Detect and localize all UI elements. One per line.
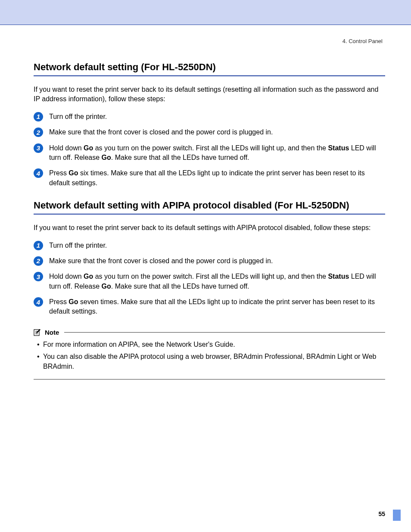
note-pencil-icon bbox=[34, 329, 42, 336]
step-item: 1Turn off the printer. bbox=[34, 112, 385, 121]
step-text: Make sure that the front cover is closed… bbox=[49, 256, 385, 266]
section2-steps: 1Turn off the printer.2Make sure that th… bbox=[34, 241, 385, 317]
step-text: Turn off the printer. bbox=[49, 112, 385, 121]
section2-intro: If you want to reset the print server ba… bbox=[34, 223, 385, 233]
step-text: Hold down Go as you turn on the power sw… bbox=[49, 143, 385, 163]
section1-heading: Network default setting (For HL-5250DN) bbox=[34, 62, 385, 76]
note-rule bbox=[64, 332, 385, 333]
step-item: 3Hold down Go as you turn on the power s… bbox=[34, 272, 385, 291]
step-text: Turn off the printer. bbox=[49, 241, 385, 250]
note-item: You can also disable the APIPA protocol … bbox=[34, 352, 385, 371]
step-item: 4Press Go seven times. Make sure that al… bbox=[34, 297, 385, 317]
step-text: Make sure that the front cover is closed… bbox=[49, 128, 385, 137]
note-block: Note For more information on APIPA, see … bbox=[34, 329, 385, 380]
step-number-bullet: 4 bbox=[34, 168, 43, 178]
step-number-bullet: 2 bbox=[34, 128, 43, 137]
page-footer: 55 bbox=[378, 510, 385, 517]
page-content: 4. Control Panel Network default setting… bbox=[0, 25, 411, 380]
section2-heading: Network default setting with APIPA proto… bbox=[34, 200, 385, 215]
page-number: 55 bbox=[378, 510, 385, 517]
step-number-bullet: 1 bbox=[34, 112, 43, 121]
note-list: For more information on APIPA, see the N… bbox=[34, 340, 385, 371]
note-item: For more information on APIPA, see the N… bbox=[34, 340, 385, 349]
step-item: 1Turn off the printer. bbox=[34, 241, 385, 250]
step-number-bullet: 3 bbox=[34, 272, 43, 281]
header-band bbox=[0, 0, 411, 25]
note-label: Note bbox=[45, 329, 59, 336]
chapter-reference: 4. Control Panel bbox=[34, 38, 385, 44]
step-text: Hold down Go as you turn on the power sw… bbox=[49, 272, 385, 291]
step-item: 2Make sure that the front cover is close… bbox=[34, 128, 385, 137]
step-number-bullet: 4 bbox=[34, 297, 43, 307]
footer-accent bbox=[393, 510, 401, 521]
section1-intro: If you want to reset the print server ba… bbox=[34, 85, 385, 104]
step-number-bullet: 3 bbox=[34, 143, 43, 153]
step-item: 2Make sure that the front cover is close… bbox=[34, 256, 385, 266]
section1-steps: 1Turn off the printer.2Make sure that th… bbox=[34, 112, 385, 188]
step-item: 4Press Go six times. Make sure that all … bbox=[34, 168, 385, 188]
step-item: 3Hold down Go as you turn on the power s… bbox=[34, 143, 385, 163]
note-header: Note bbox=[34, 329, 385, 336]
step-text: Press Go seven times. Make sure that all… bbox=[49, 297, 385, 317]
step-number-bullet: 2 bbox=[34, 256, 43, 266]
step-number-bullet: 1 bbox=[34, 241, 43, 250]
step-text: Press Go six times. Make sure that all t… bbox=[49, 168, 385, 188]
